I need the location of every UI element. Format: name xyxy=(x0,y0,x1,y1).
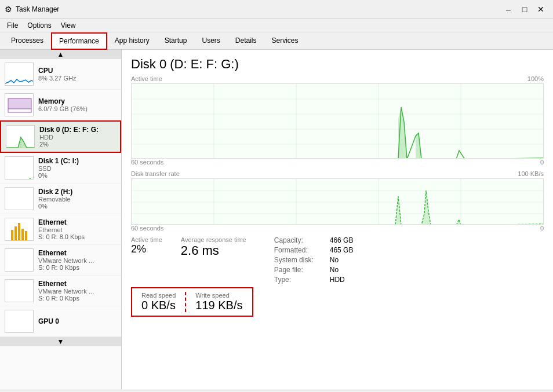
cpu-sub: 8% 3.27 GHz xyxy=(38,75,117,82)
menu-file[interactable]: File xyxy=(3,20,21,31)
window-controls: – □ ✕ xyxy=(501,3,548,15)
bottom-bar: ▲ Fewer details ⊕ Open Resource Monitor xyxy=(0,390,553,392)
chart2-label-left: Disk transfer rate xyxy=(131,170,180,177)
minimize-button[interactable]: – xyxy=(501,3,516,15)
eth1-info: Ethernet Ethernet S: 0 R: 8.0 Kbps xyxy=(38,218,117,240)
disk0-pct: 2% xyxy=(39,141,115,148)
disk2-name: Disk 2 (H:) xyxy=(38,188,117,196)
eth1-name: Ethernet xyxy=(38,218,117,226)
svg-rect-11 xyxy=(21,229,24,240)
main-area: ▲ CPU 8% 3.27 GHz xyxy=(0,50,553,390)
svg-rect-15 xyxy=(5,310,34,333)
eth2-sub: VMware Network ... xyxy=(38,257,117,264)
tab-services[interactable]: Services xyxy=(264,32,306,49)
chart1-label-row: Active time 100% xyxy=(131,75,544,82)
write-speed-section: Write speed 119 KB/s xyxy=(186,292,252,312)
avg-response-label: Average response time xyxy=(181,236,246,243)
svg-rect-1 xyxy=(8,98,31,109)
tab-details[interactable]: Details xyxy=(228,32,264,49)
sidebar-item-cpu[interactable]: CPU 8% 3.27 GHz xyxy=(0,59,121,90)
sidebar-scroll-up[interactable]: ▲ xyxy=(0,50,121,59)
disk1-name: Disk 1 (C: I:) xyxy=(38,157,117,165)
chart2-time-row: 60 seconds 0 xyxy=(131,225,544,232)
tab-performance[interactable]: Performance xyxy=(51,32,107,50)
system-disk-key: System disk: xyxy=(274,256,326,264)
page-file-key: Page file: xyxy=(274,266,326,274)
disk2-info: Disk 2 (H:) Removable 0% xyxy=(38,188,117,210)
type-row: Type: HDD xyxy=(274,276,354,284)
system-disk-value: No xyxy=(330,256,339,264)
sidebar-item-disk2[interactable]: Disk 2 (H:) Removable 0% xyxy=(0,184,121,214)
title-bar: ⚙ Task Manager – □ ✕ xyxy=(0,0,553,19)
disk2-mini-graph xyxy=(5,187,34,210)
menu-view[interactable]: View xyxy=(57,20,79,31)
disk1-info: Disk 1 (C: I:) SSD 0% xyxy=(38,157,117,179)
active-time-label: Active time xyxy=(131,236,162,243)
eth3-info: Ethernet VMware Network ... S: 0 R: 0 Kb… xyxy=(38,280,117,302)
eth2-info: Ethernet VMware Network ... S: 0 R: 0 Kb… xyxy=(38,249,117,271)
disk1-mini-graph xyxy=(5,156,34,179)
page-file-row: Page file: No xyxy=(274,266,354,274)
avg-response-stat: Average response time 2.6 ms xyxy=(181,236,246,258)
eth3-mini-graph xyxy=(5,279,34,302)
capacity-key: Capacity: xyxy=(274,236,326,244)
read-speed-section: Read speed 0 KB/s xyxy=(132,292,185,312)
svg-rect-9 xyxy=(14,226,17,240)
chart2-label-row: Disk transfer rate 100 KB/s xyxy=(131,170,544,177)
read-speed-label: Read speed xyxy=(141,292,176,299)
sidebar-scroll-down[interactable]: ▼ xyxy=(0,337,121,346)
eth3-pct: S: 0 R: 0 Kbps xyxy=(38,295,117,302)
disk2-sub: Removable xyxy=(38,196,117,203)
sidebar-item-eth3[interactable]: Ethernet VMware Network ... S: 0 R: 0 Kb… xyxy=(0,276,121,306)
system-disk-row: System disk: No xyxy=(274,256,354,264)
svg-rect-14 xyxy=(5,280,34,302)
chart1-label-left: Active time xyxy=(131,75,162,82)
type-key: Type: xyxy=(274,276,326,284)
close-button[interactable]: ✕ xyxy=(533,3,548,15)
tab-processes[interactable]: Processes xyxy=(3,32,51,49)
eth1-mini-graph xyxy=(5,218,34,241)
disk-details: Capacity: 466 GB Formatted: 465 GB Syste… xyxy=(274,236,354,284)
maximize-button[interactable]: □ xyxy=(517,3,532,15)
eth1-sub: Ethernet xyxy=(38,226,117,233)
chart1-label-right: 100% xyxy=(527,75,544,82)
disk1-sub: SSD xyxy=(38,165,117,172)
svg-rect-10 xyxy=(18,223,20,240)
app-icon: ⚙ xyxy=(5,5,12,14)
active-time-chart xyxy=(131,83,544,159)
cpu-info: CPU 8% 3.27 GHz xyxy=(38,67,117,82)
sidebar-item-disk1[interactable]: Disk 1 (C: I:) SSD 0% xyxy=(0,153,121,184)
transfer-rate-chart xyxy=(131,178,544,225)
svg-rect-6 xyxy=(5,188,34,210)
disk1-pct: 0% xyxy=(38,172,117,179)
sidebar-item-gpu0[interactable]: GPU 0 xyxy=(0,306,121,337)
active-time-stat: Active time 2% xyxy=(131,236,162,255)
disk0-info: Disk 0 (D: E: F: G: HDD 2% xyxy=(39,126,115,148)
capacity-row: Capacity: 466 GB xyxy=(274,236,354,244)
eth2-name: Ethernet xyxy=(38,249,117,257)
chart1-time-left: 60 seconds xyxy=(131,159,163,166)
eth2-pct: S: 0 R: 0 Kbps xyxy=(38,264,117,271)
sidebar-item-disk0[interactable]: Disk 0 (D: E: F: G: HDD 2% xyxy=(0,120,121,153)
disk0-name: Disk 0 (D: E: F: G: xyxy=(39,126,115,134)
write-speed-label: Write speed xyxy=(195,292,242,299)
eth2-mini-graph xyxy=(5,248,34,272)
tab-app-history[interactable]: App history xyxy=(107,32,157,49)
tab-startup[interactable]: Startup xyxy=(157,32,195,49)
disk2-pct: 0% xyxy=(38,203,117,210)
type-value: HDD xyxy=(330,276,345,284)
tab-users[interactable]: Users xyxy=(194,32,227,49)
sidebar-item-memory[interactable]: Memory 6.0/7.9 GB (76%) xyxy=(0,90,121,120)
svg-rect-12 xyxy=(25,231,27,240)
disk0-mini-graph xyxy=(6,125,35,148)
sidebar-item-eth1[interactable]: Ethernet Ethernet S: 0 R: 8.0 Kbps xyxy=(0,214,121,245)
disk0-sub: HDD xyxy=(39,134,115,141)
formatted-row: Formatted: 465 GB xyxy=(274,246,354,254)
chart2-label-right: 100 KB/s xyxy=(518,170,544,177)
eth3-name: Ethernet xyxy=(38,280,117,288)
menu-options[interactable]: Options xyxy=(24,20,54,31)
content-area: Disk 0 (D: E: F: G:) Active time 100% xyxy=(122,50,553,390)
sidebar-item-eth2[interactable]: Ethernet VMware Network ... S: 0 R: 0 Kb… xyxy=(0,245,121,276)
chart2-time-right: 0 xyxy=(540,225,544,232)
eth3-sub: VMware Network ... xyxy=(38,288,117,295)
